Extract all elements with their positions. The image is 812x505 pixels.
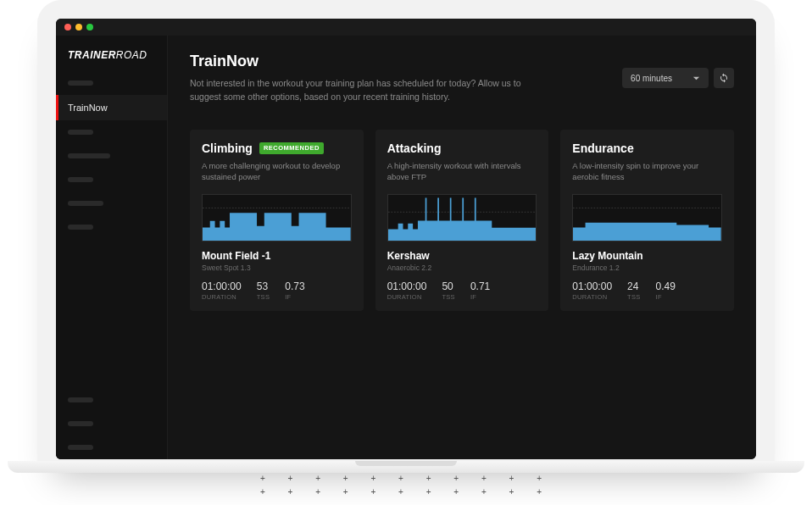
workout-cards: Climbing RECOMMENDED A more challenging … (190, 130, 734, 312)
workout-name: Mount Field -1 (202, 250, 352, 262)
header-controls: 60 minutes (622, 68, 734, 88)
sidebar: TRAINERROAD TrainNow (56, 36, 168, 459)
stat-if: 0.71 (470, 280, 490, 292)
stat-label: TSS (257, 293, 270, 301)
stat-label: IF (656, 293, 676, 301)
card-description: A more challenging workout to develop su… (202, 160, 352, 183)
page-header: TrainNow Not interested in the workout y… (190, 53, 734, 104)
sidebar-item-placeholder[interactable] (68, 130, 93, 135)
stat-if: 0.49 (656, 280, 676, 292)
stat-duration: 01:00:00 (387, 280, 427, 292)
sidebar-item-trainnow[interactable]: TrainNow (56, 95, 167, 120)
sidebar-item-placeholder[interactable] (68, 153, 110, 158)
workout-card-attacking[interactable]: Attacking A high-intensity workout with … (375, 130, 549, 312)
workout-type: Anaerobic 2.2 (387, 264, 537, 272)
chevron-down-icon (692, 75, 700, 82)
workout-stats: 01:00:00DURATION 53TSS 0.73IF (202, 280, 352, 301)
card-title: Endurance (572, 142, 633, 155)
screen: TRAINERROAD TrainNow (56, 19, 756, 459)
workout-stats: 01:00:00DURATION 50TSS 0.71IF (387, 280, 537, 301)
sidebar-item-placeholder[interactable] (68, 421, 93, 426)
workout-profile-chart (387, 194, 537, 241)
stat-label: DURATION (202, 293, 242, 301)
stat-duration: 01:00:00 (572, 280, 612, 292)
card-title: Climbing (202, 142, 253, 155)
stat-label: IF (470, 293, 490, 301)
window-titlebar (56, 19, 756, 36)
chart-svg (203, 195, 351, 241)
brand-bold: TRAINER (68, 49, 116, 61)
stat-if: 0.73 (285, 280, 304, 292)
refresh-icon (719, 73, 729, 83)
minimize-icon[interactable] (75, 24, 82, 31)
page-description: Not interested in the workout your train… (190, 77, 554, 104)
laptop-frame: TRAINERROAD TrainNow (37, 0, 775, 468)
decorative-plus-grid: + + + + + + + + + + + + + + + + + + + + … (260, 472, 552, 499)
sidebar-item-placeholder[interactable] (68, 225, 93, 230)
brand-light: ROAD (116, 49, 147, 61)
workout-profile-chart (202, 194, 352, 241)
chart-svg (388, 195, 537, 241)
stat-label: TSS (627, 293, 641, 301)
stat-tss: 24 (627, 280, 641, 292)
brand-logo: TRAINERROAD (56, 36, 167, 71)
stat-duration: 01:00:00 (202, 280, 242, 292)
page-title: TrainNow (190, 53, 605, 70)
stat-tss: 50 (442, 280, 455, 292)
workout-card-endurance[interactable]: Endurance A low-intensity spin to improv… (560, 130, 734, 312)
card-description: A high-intensity workout with intervals … (387, 160, 537, 183)
stat-label: DURATION (572, 293, 612, 301)
duration-select-value: 60 minutes (631, 74, 672, 83)
card-description: A low-intensity spin to improve your aer… (572, 160, 722, 183)
main-content: TrainNow Not interested in the workout y… (168, 36, 756, 459)
sidebar-item-placeholder[interactable] (68, 397, 93, 402)
workout-name: Lazy Mountain (572, 250, 722, 262)
workout-name: Kershaw (387, 250, 537, 262)
close-icon[interactable] (64, 24, 71, 31)
sidebar-item-placeholder[interactable] (68, 201, 103, 206)
sidebar-item-placeholder[interactable] (68, 445, 93, 450)
laptop-base (8, 461, 804, 473)
sidebar-nav-bottom (56, 388, 167, 459)
workout-profile-chart (572, 194, 722, 241)
workout-stats: 01:00:00DURATION 24TSS 0.49IF (572, 280, 722, 301)
sidebar-nav: TrainNow (56, 71, 167, 239)
workout-type: Sweet Spot 1.3 (202, 264, 352, 272)
duration-select[interactable]: 60 minutes (622, 68, 709, 88)
app-root: TRAINERROAD TrainNow (56, 36, 756, 459)
refresh-button[interactable] (714, 68, 734, 88)
sidebar-item-label: TrainNow (68, 103, 108, 113)
sidebar-item-placeholder[interactable] (68, 80, 93, 86)
maximize-icon[interactable] (86, 24, 93, 31)
stat-label: IF (285, 293, 304, 301)
sidebar-item-placeholder[interactable] (68, 177, 93, 182)
stat-tss: 53 (257, 280, 270, 292)
stat-label: TSS (442, 293, 455, 301)
recommended-badge: RECOMMENDED (259, 142, 324, 154)
workout-card-climbing[interactable]: Climbing RECOMMENDED A more challenging … (190, 130, 364, 312)
chart-svg (573, 195, 721, 241)
workout-type: Endurance 1.2 (572, 264, 722, 272)
stat-label: DURATION (387, 293, 427, 301)
card-title: Attacking (387, 142, 442, 155)
